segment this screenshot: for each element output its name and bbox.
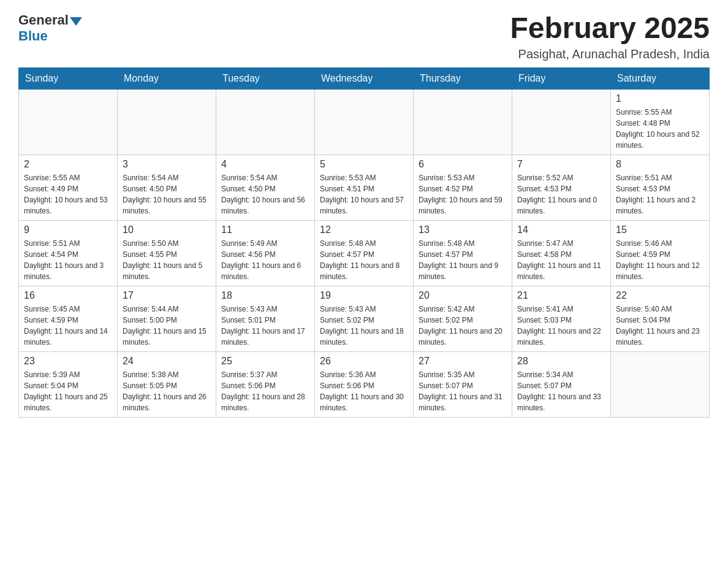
day-number: 13 bbox=[419, 224, 507, 236]
day-number: 11 bbox=[221, 224, 309, 236]
location-subtitle: Pasighat, Arunachal Pradesh, India bbox=[510, 47, 710, 61]
day-info: Sunrise: 5:39 AMSunset: 5:04 PMDaylight:… bbox=[24, 369, 112, 413]
day-info: Sunrise: 5:53 AMSunset: 4:52 PMDaylight:… bbox=[419, 172, 507, 216]
day-info: Sunrise: 5:40 AMSunset: 5:04 PMDaylight:… bbox=[616, 304, 704, 348]
calendar-cell bbox=[19, 89, 118, 155]
day-number: 14 bbox=[517, 224, 605, 236]
logo: General Blue bbox=[18, 12, 82, 44]
calendar-cell bbox=[611, 351, 710, 417]
day-number: 20 bbox=[419, 290, 507, 301]
day-info: Sunrise: 5:50 AMSunset: 4:55 PMDaylight:… bbox=[123, 238, 211, 282]
day-number: 18 bbox=[221, 290, 309, 301]
calendar-cell: 13Sunrise: 5:48 AMSunset: 4:57 PMDayligh… bbox=[414, 220, 512, 286]
calendar-cell: 8Sunrise: 5:51 AMSunset: 4:53 PMDaylight… bbox=[611, 155, 710, 220]
calendar-cell bbox=[414, 89, 512, 155]
weekday-header-friday: Friday bbox=[512, 67, 611, 89]
day-info: Sunrise: 5:43 AMSunset: 5:02 PMDaylight:… bbox=[320, 304, 408, 348]
calendar-cell: 18Sunrise: 5:43 AMSunset: 5:01 PMDayligh… bbox=[216, 286, 315, 351]
calendar-cell: 10Sunrise: 5:50 AMSunset: 4:55 PMDayligh… bbox=[118, 220, 216, 286]
calendar-cell bbox=[118, 89, 216, 155]
weekday-header-saturday: Saturday bbox=[611, 67, 710, 89]
weekday-header-monday: Monday bbox=[118, 67, 216, 89]
logo-general-text: General bbox=[18, 12, 69, 28]
day-number: 4 bbox=[221, 159, 309, 170]
day-number: 5 bbox=[320, 159, 408, 170]
weekday-header-wednesday: Wednesday bbox=[315, 67, 414, 89]
calendar-cell: 6Sunrise: 5:53 AMSunset: 4:52 PMDaylight… bbox=[414, 155, 512, 220]
day-info: Sunrise: 5:51 AMSunset: 4:53 PMDaylight:… bbox=[616, 172, 704, 216]
calendar-cell: 16Sunrise: 5:45 AMSunset: 4:59 PMDayligh… bbox=[19, 286, 118, 351]
day-number: 19 bbox=[320, 290, 408, 301]
calendar-cell: 23Sunrise: 5:39 AMSunset: 5:04 PMDayligh… bbox=[19, 351, 118, 417]
day-info: Sunrise: 5:41 AMSunset: 5:03 PMDaylight:… bbox=[517, 304, 605, 348]
day-number: 27 bbox=[419, 356, 507, 367]
title-block: February 2025 Pasighat, Arunachal Prades… bbox=[510, 12, 710, 61]
calendar-week-row: 9Sunrise: 5:51 AMSunset: 4:54 PMDaylight… bbox=[19, 220, 710, 286]
day-number: 21 bbox=[517, 290, 605, 301]
weekday-header-tuesday: Tuesday bbox=[216, 67, 315, 89]
calendar-cell: 19Sunrise: 5:43 AMSunset: 5:02 PMDayligh… bbox=[315, 286, 414, 351]
day-info: Sunrise: 5:35 AMSunset: 5:07 PMDaylight:… bbox=[419, 369, 507, 413]
day-number: 23 bbox=[24, 356, 112, 367]
day-number: 16 bbox=[24, 290, 112, 301]
day-info: Sunrise: 5:38 AMSunset: 5:05 PMDaylight:… bbox=[123, 369, 211, 413]
day-number: 15 bbox=[616, 224, 704, 236]
calendar-cell: 1Sunrise: 5:55 AMSunset: 4:48 PMDaylight… bbox=[611, 89, 710, 155]
day-info: Sunrise: 5:54 AMSunset: 4:50 PMDaylight:… bbox=[221, 172, 309, 216]
day-number: 2 bbox=[24, 159, 112, 170]
day-info: Sunrise: 5:51 AMSunset: 4:54 PMDaylight:… bbox=[24, 238, 112, 282]
calendar-cell: 25Sunrise: 5:37 AMSunset: 5:06 PMDayligh… bbox=[216, 351, 315, 417]
day-info: Sunrise: 5:34 AMSunset: 5:07 PMDaylight:… bbox=[517, 369, 605, 413]
calendar-cell: 21Sunrise: 5:41 AMSunset: 5:03 PMDayligh… bbox=[512, 286, 611, 351]
weekday-header-row: SundayMondayTuesdayWednesdayThursdayFrid… bbox=[19, 67, 710, 89]
calendar-cell: 9Sunrise: 5:51 AMSunset: 4:54 PMDaylight… bbox=[19, 220, 118, 286]
calendar-cell bbox=[512, 89, 611, 155]
calendar-cell: 28Sunrise: 5:34 AMSunset: 5:07 PMDayligh… bbox=[512, 351, 611, 417]
day-info: Sunrise: 5:46 AMSunset: 4:59 PMDaylight:… bbox=[616, 238, 704, 282]
calendar-cell: 7Sunrise: 5:52 AMSunset: 4:53 PMDaylight… bbox=[512, 155, 611, 220]
day-number: 26 bbox=[320, 356, 408, 367]
calendar-cell: 22Sunrise: 5:40 AMSunset: 5:04 PMDayligh… bbox=[611, 286, 710, 351]
day-number: 22 bbox=[616, 290, 704, 301]
day-number: 17 bbox=[123, 290, 211, 301]
weekday-header-sunday: Sunday bbox=[19, 67, 118, 89]
calendar-cell: 17Sunrise: 5:44 AMSunset: 5:00 PMDayligh… bbox=[118, 286, 216, 351]
calendar-week-row: 2Sunrise: 5:55 AMSunset: 4:49 PMDaylight… bbox=[19, 155, 710, 220]
calendar-cell: 26Sunrise: 5:36 AMSunset: 5:06 PMDayligh… bbox=[315, 351, 414, 417]
day-info: Sunrise: 5:54 AMSunset: 4:50 PMDaylight:… bbox=[123, 172, 211, 216]
calendar-table: SundayMondayTuesdayWednesdayThursdayFrid… bbox=[18, 67, 710, 418]
day-number: 6 bbox=[419, 159, 507, 170]
calendar-cell: 11Sunrise: 5:49 AMSunset: 4:56 PMDayligh… bbox=[216, 220, 315, 286]
day-info: Sunrise: 5:43 AMSunset: 5:01 PMDaylight:… bbox=[221, 304, 309, 348]
calendar-cell: 2Sunrise: 5:55 AMSunset: 4:49 PMDaylight… bbox=[19, 155, 118, 220]
day-number: 8 bbox=[616, 159, 704, 170]
day-info: Sunrise: 5:48 AMSunset: 4:57 PMDaylight:… bbox=[320, 238, 408, 282]
day-info: Sunrise: 5:48 AMSunset: 4:57 PMDaylight:… bbox=[419, 238, 507, 282]
calendar-cell: 20Sunrise: 5:42 AMSunset: 5:02 PMDayligh… bbox=[414, 286, 512, 351]
weekday-header-thursday: Thursday bbox=[414, 67, 512, 89]
calendar-cell: 15Sunrise: 5:46 AMSunset: 4:59 PMDayligh… bbox=[611, 220, 710, 286]
day-info: Sunrise: 5:42 AMSunset: 5:02 PMDaylight:… bbox=[419, 304, 507, 348]
day-info: Sunrise: 5:45 AMSunset: 4:59 PMDaylight:… bbox=[24, 304, 112, 348]
calendar-cell: 3Sunrise: 5:54 AMSunset: 4:50 PMDaylight… bbox=[118, 155, 216, 220]
calendar-cell: 24Sunrise: 5:38 AMSunset: 5:05 PMDayligh… bbox=[118, 351, 216, 417]
day-info: Sunrise: 5:47 AMSunset: 4:58 PMDaylight:… bbox=[517, 238, 605, 282]
day-number: 12 bbox=[320, 224, 408, 236]
day-info: Sunrise: 5:55 AMSunset: 4:49 PMDaylight:… bbox=[24, 172, 112, 216]
day-number: 24 bbox=[123, 356, 211, 367]
day-number: 28 bbox=[517, 356, 605, 367]
day-info: Sunrise: 5:52 AMSunset: 4:53 PMDaylight:… bbox=[517, 172, 605, 216]
calendar-week-row: 23Sunrise: 5:39 AMSunset: 5:04 PMDayligh… bbox=[19, 351, 710, 417]
calendar-week-row: 16Sunrise: 5:45 AMSunset: 4:59 PMDayligh… bbox=[19, 286, 710, 351]
calendar-cell bbox=[315, 89, 414, 155]
calendar-week-row: 1Sunrise: 5:55 AMSunset: 4:48 PMDaylight… bbox=[19, 89, 710, 155]
day-info: Sunrise: 5:53 AMSunset: 4:51 PMDaylight:… bbox=[320, 172, 408, 216]
logo-arrow-icon bbox=[70, 17, 82, 26]
calendar-cell: 14Sunrise: 5:47 AMSunset: 4:58 PMDayligh… bbox=[512, 220, 611, 286]
logo-blue-text: Blue bbox=[18, 28, 48, 44]
day-info: Sunrise: 5:44 AMSunset: 5:00 PMDaylight:… bbox=[123, 304, 211, 348]
day-number: 7 bbox=[517, 159, 605, 170]
calendar-cell: 4Sunrise: 5:54 AMSunset: 4:50 PMDaylight… bbox=[216, 155, 315, 220]
calendar-cell: 27Sunrise: 5:35 AMSunset: 5:07 PMDayligh… bbox=[414, 351, 512, 417]
day-number: 9 bbox=[24, 224, 112, 236]
